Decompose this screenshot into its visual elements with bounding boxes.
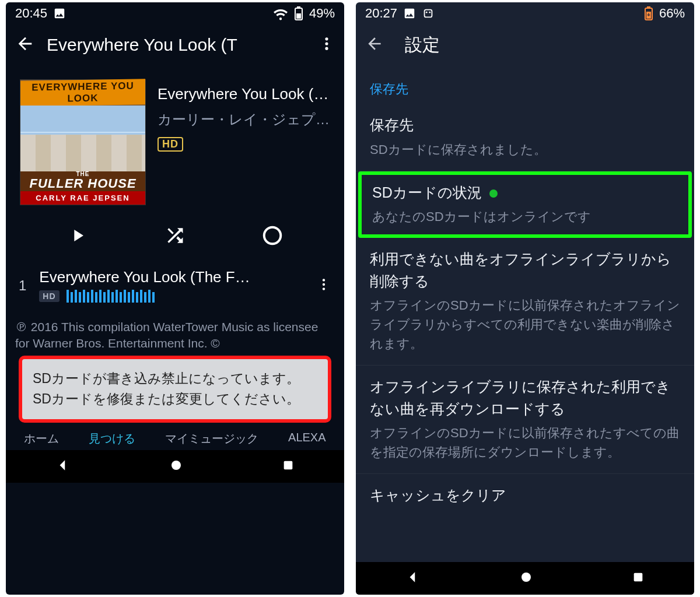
svg-point-10: [172, 461, 181, 470]
setting-title: 保存先: [370, 114, 680, 136]
play-button[interactable]: [65, 223, 90, 248]
setting-subtitle: あなたのSDカードはオンラインです: [372, 207, 678, 226]
back-button[interactable]: [15, 34, 35, 56]
overflow-menu-button[interactable]: [318, 36, 335, 54]
battery-icon: +: [644, 6, 653, 20]
album-title: Everywhere You Look (…: [158, 85, 330, 103]
nav-back-button[interactable]: [55, 458, 71, 475]
record-button[interactable]: [260, 223, 285, 248]
track-row[interactable]: 1 Everywhere You Look (The F… HD: [6, 258, 344, 313]
svg-rect-1: [297, 6, 300, 8]
svg-point-19: [522, 573, 531, 582]
hd-badge: HD: [158, 137, 183, 152]
svg-point-9: [323, 287, 325, 290]
svg-rect-11: [284, 461, 293, 470]
setting-subtitle: SDカードに保存されました。: [370, 140, 680, 159]
app-bar: Everywhere You Look (T: [6, 24, 344, 65]
setting-redownload[interactable]: オフラインライブラリに保存された利用できない曲を再ダウンロードする オフラインの…: [356, 366, 694, 474]
svg-point-3: [325, 37, 328, 40]
setting-title: オフラインライブラリに保存された利用できない曲を再ダウンロードする: [370, 376, 680, 420]
svg-rect-20: [634, 573, 643, 582]
album-art-top-text: EVERYWHERE YOU LOOK: [20, 79, 145, 107]
phone-music-player: 20:45 49% Everywhere You Look (T EVERYWH…: [6, 2, 344, 595]
status-bar: 20:27 + 66%: [356, 2, 694, 24]
album-art-mid-text: THE FULLER HOUSE: [20, 171, 145, 191]
album-art-bottom-text: CARLY RAE JEPSEN: [20, 191, 145, 205]
phone-settings: 20:27 + 66% 設定 保存先 保存先 SDカードに保存されました。 SD…: [356, 2, 694, 595]
error-toast: SDカードが書き込み禁止になっています。SDカードを修復または変更してください。: [19, 356, 331, 423]
shuffle-button[interactable]: [162, 223, 188, 248]
svg-rect-2: [296, 13, 301, 19]
album-artist: カーリー・レイ・ジェプ…: [158, 110, 330, 129]
svg-point-13: [426, 12, 428, 13]
album-art[interactable]: EVERYWHERE YOU LOOK THE FULLER HOUSE CAR…: [20, 79, 146, 205]
status-time: 20:45: [15, 6, 47, 21]
nav-back-button[interactable]: [405, 570, 421, 587]
status-bar: 20:45 49%: [6, 2, 344, 24]
album-header: EVERYWHERE YOU LOOK THE FULLER HOUSE CAR…: [6, 65, 344, 212]
svg-rect-16: [647, 6, 650, 8]
setting-sd-status[interactable]: SDカードの状況 あなたのSDカードはオンラインです: [358, 171, 692, 238]
svg-point-4: [325, 42, 328, 45]
tab-mymusic[interactable]: マイミュージック: [165, 431, 258, 447]
status-time: 20:27: [365, 6, 397, 21]
bottom-tab-bar: ホーム 見つける マイミュージック ALEXA: [6, 425, 344, 450]
setting-title: 利用できない曲をオフラインライブラリから削除する: [370, 248, 680, 292]
section-header-storage: 保存先: [356, 65, 694, 104]
nav-recent-button[interactable]: [282, 459, 295, 474]
page-title: Everywhere You Look (T: [47, 35, 307, 55]
track-title: Everywhere You Look (The F…: [39, 268, 303, 286]
svg-point-5: [325, 47, 328, 50]
track-overflow-button[interactable]: [316, 277, 331, 294]
debug-icon: [422, 7, 435, 20]
battery-percent: 49%: [309, 6, 335, 21]
setting-title: キャッシュをクリア: [370, 484, 680, 507]
setting-remove-unavailable[interactable]: 利用できない曲をオフラインライブラリから削除する オフラインのSDカードに以前保…: [356, 238, 694, 366]
error-toast-text: SDカードが書き込み禁止になっています。SDカードを修復または変更してください。: [33, 371, 300, 407]
status-dot-online-icon: [489, 189, 498, 198]
tab-alexa[interactable]: ALEXA: [288, 431, 326, 447]
app-bar: 設定: [356, 24, 694, 65]
tab-find[interactable]: 見つける: [89, 431, 135, 447]
tab-home[interactable]: ホーム: [24, 431, 59, 447]
track-hd-badge: HD: [39, 290, 59, 302]
svg-point-8: [323, 283, 325, 285]
image-icon: [53, 7, 66, 20]
android-nav-bar: [6, 450, 344, 483]
svg-rect-12: [425, 10, 432, 17]
track-number: 1: [19, 278, 26, 294]
playback-controls: [6, 212, 344, 258]
setting-clear-cache[interactable]: キャッシュをクリア: [356, 474, 694, 518]
setting-title-text: SDカードの状況: [372, 184, 482, 201]
wifi-icon: [273, 6, 288, 21]
android-nav-bar: [356, 562, 694, 595]
page-title: 設定: [405, 33, 685, 57]
copyright-text: ℗ 2016 This compilation WaterTower Music…: [6, 313, 344, 352]
setting-storage-location[interactable]: 保存先 SDカードに保存されました。: [356, 104, 694, 171]
equalizer-icon: [66, 290, 155, 303]
nav-home-button[interactable]: [169, 458, 183, 475]
svg-point-6: [264, 227, 281, 244]
nav-recent-button[interactable]: [632, 571, 645, 586]
image-icon: [403, 7, 416, 20]
setting-subtitle: オフラインのSDカードに以前保存されたすべての曲を指定の保存場所にダウンロードし…: [370, 423, 680, 462]
album-art-mid-main: FULLER HOUSE: [29, 176, 136, 191]
setting-title: SDカードの状況: [372, 182, 678, 204]
svg-point-14: [429, 12, 430, 13]
battery-percent: 66%: [659, 6, 685, 21]
battery-icon: [294, 6, 303, 20]
nav-home-button[interactable]: [519, 570, 533, 587]
back-button[interactable]: [365, 34, 384, 55]
setting-subtitle: オフラインのSDカードに以前保存されたオフラインライブラリからすべての利用できな…: [370, 296, 680, 353]
svg-text:+: +: [647, 12, 650, 18]
svg-point-7: [323, 279, 325, 281]
